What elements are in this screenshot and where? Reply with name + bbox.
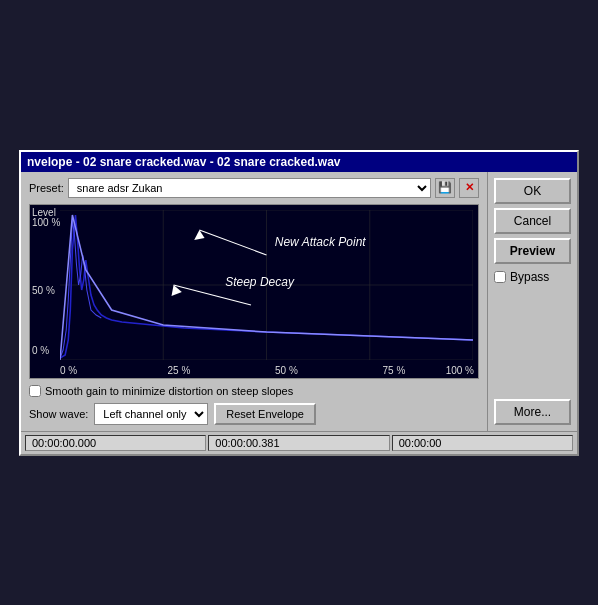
x-axis-50: 50 %	[275, 365, 298, 376]
chart-plot: New Attack Point Steep Decay	[60, 210, 473, 360]
ok-button[interactable]: OK	[494, 178, 571, 204]
y-axis-0: 0 %	[32, 345, 49, 356]
annotation-attack: New Attack Point	[275, 235, 366, 249]
preset-label: Preset:	[29, 182, 64, 194]
wave-select[interactable]: Left channel only	[94, 403, 208, 425]
y-axis-50: 50 %	[32, 285, 55, 296]
x-axis-25: 25 %	[168, 365, 191, 376]
title-bar: nvelope - 02 snare cracked.wav - 02 snar…	[21, 152, 577, 172]
cancel-button[interactable]: Cancel	[494, 208, 571, 234]
smooth-checkbox[interactable]	[29, 385, 41, 397]
preview-button[interactable]: Preview	[494, 238, 571, 264]
annotation-decay: Steep Decay	[225, 275, 294, 289]
wave-row: Show wave: Left channel only Reset Envel…	[29, 403, 479, 425]
bypass-row: Bypass	[494, 270, 571, 284]
y-axis-100: 100 %	[32, 217, 60, 228]
left-panel: Preset: snare adsr Zukan 💾 ✕ Level 100 %…	[21, 172, 487, 431]
smooth-label: Smooth gain to minimize distortion on st…	[45, 385, 293, 397]
wave-label: Show wave:	[29, 408, 88, 420]
bypass-checkbox[interactable]	[494, 271, 506, 283]
preset-select[interactable]: snare adsr Zukan	[68, 178, 431, 198]
status-bar: 00:00:00.000 00:00:00.381 00:00:00	[21, 431, 577, 454]
smooth-row: Smooth gain to minimize distortion on st…	[29, 385, 479, 397]
bypass-label: Bypass	[510, 270, 549, 284]
x-axis-0: 0 %	[60, 365, 77, 376]
save-preset-button[interactable]: 💾	[435, 178, 455, 198]
main-content: Preset: snare adsr Zukan 💾 ✕ Level 100 %…	[21, 172, 577, 431]
chart-area: Level 100 % 50 % 0 %	[29, 204, 479, 379]
status-time1: 00:00:00.000	[25, 435, 206, 451]
main-window: nvelope - 02 snare cracked.wav - 02 snar…	[19, 150, 579, 456]
right-panel: OK Cancel Preview Bypass More...	[487, 172, 577, 431]
x-axis-75: 75 %	[383, 365, 406, 376]
status-time2: 00:00:00.381	[208, 435, 389, 451]
more-button[interactable]: More...	[494, 399, 571, 425]
window-title: nvelope - 02 snare cracked.wav - 02 snar…	[27, 155, 341, 169]
reset-envelope-button[interactable]: Reset Envelope	[214, 403, 316, 425]
svg-line-7	[199, 230, 266, 255]
delete-preset-button[interactable]: ✕	[459, 178, 479, 198]
preset-row: Preset: snare adsr Zukan 💾 ✕	[29, 178, 479, 198]
status-time3: 00:00:00	[392, 435, 573, 451]
x-axis-100: 100 %	[446, 365, 474, 376]
